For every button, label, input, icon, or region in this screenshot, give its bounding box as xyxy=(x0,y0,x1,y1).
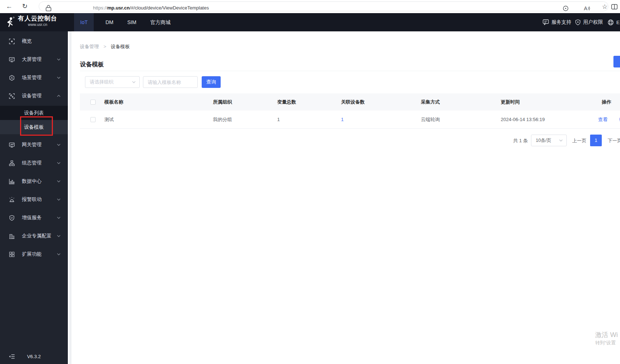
organization-select[interactable]: 请选择组织 xyxy=(85,76,140,88)
row-checkbox[interactable] xyxy=(90,117,96,122)
scrollbar-track[interactable] xyxy=(69,31,71,364)
url-text: https://mp.usr.cn/#/cloud/device/ViewDev… xyxy=(93,5,209,11)
add-template-button[interactable] xyxy=(613,56,620,67)
user-permission-label: 用户权限 xyxy=(583,19,603,26)
sidebar-item-value-added-services[interactable]: 增值服务 xyxy=(0,209,68,226)
sidebar-item-scada-management[interactable]: 组态管理 xyxy=(0,155,68,171)
read-aloud-icon[interactable]: A xyxy=(583,5,590,12)
column-actions: 操作 xyxy=(598,99,620,105)
service-support-button[interactable]: 服务支持 xyxy=(543,13,571,31)
enterprise-icon xyxy=(9,233,15,239)
sidebar-item-enterprise-config[interactable]: 企业专属配置 xyxy=(0,228,68,244)
chevron-down-icon xyxy=(57,162,61,164)
sidebar-label: 扩展功能 xyxy=(22,251,42,257)
template-name-input[interactable] xyxy=(143,76,198,88)
chevron-down-icon xyxy=(57,58,61,61)
device-template-table: 模板名称 所属组织 变量总数 关联设备数 采集方式 更新时间 操作 测试 我的分… xyxy=(80,93,620,129)
sidebar-item-gateway-management[interactable]: 网关管理 xyxy=(0,136,68,153)
sidebar-label: 数据中心 xyxy=(22,178,42,185)
device-icon xyxy=(9,93,15,99)
language-switcher[interactable]: E xyxy=(608,13,620,31)
view-action-link[interactable]: 查看 xyxy=(598,117,608,122)
browser-toolbar: ← ↻ https://mp.usr.cn/#/cloud/device/Vie… xyxy=(0,0,620,13)
sidebar-label: 概览 xyxy=(22,38,32,44)
page-size-select[interactable]: 10条/页 xyxy=(531,135,567,146)
column-collection-method: 采集方式 xyxy=(421,99,501,105)
usr-person-logo-icon xyxy=(5,16,15,28)
breadcrumb-current: 设备模板 xyxy=(111,44,130,49)
cell-variable-total: 1 xyxy=(277,117,341,122)
search-button[interactable]: 查询 xyxy=(202,76,221,88)
chevron-down-icon xyxy=(57,180,61,182)
column-linked-devices: 关联设备数 xyxy=(341,99,421,105)
tab-sim[interactable]: SIM xyxy=(125,13,139,31)
submenu-item-device-template[interactable]: 设备模板 xyxy=(0,120,68,134)
pagination-prev-button[interactable]: 上一页 xyxy=(572,138,586,144)
version-label: V6.3.2 xyxy=(0,354,68,359)
value-added-icon xyxy=(9,215,15,221)
main-content: 设备管理 > 设备模板 设备模板 请选择组织 查询 模板名称 所属组织 变量总数… xyxy=(68,31,620,364)
app-header: 有人云控制台 www.usr.cn IoT DM SIM 官方商城 服务支持 用… xyxy=(0,13,620,31)
chevron-down-icon xyxy=(559,139,563,142)
pagination-page-1[interactable]: 1 xyxy=(590,135,602,146)
split-screen-icon[interactable] xyxy=(611,3,619,11)
data-center-icon xyxy=(9,178,15,185)
screen: ← ↻ https://mp.usr.cn/#/cloud/device/Vie… xyxy=(0,0,620,364)
cell-collection-method: 云端轮询 xyxy=(421,116,501,123)
linked-devices-link[interactable]: 1 xyxy=(341,117,344,122)
sidebar-item-extended-functions[interactable]: 扩展功能 xyxy=(0,246,68,263)
cell-updated-at: 2024-06-14 13:56:19 xyxy=(501,117,598,122)
sidebar-item-device-management[interactable]: 设备管理 xyxy=(0,88,68,104)
sidebar-label: 企业专属配置 xyxy=(22,233,51,239)
column-template-name: 模板名称 xyxy=(104,99,213,105)
sidebar-item-overview[interactable]: 概览 xyxy=(0,33,68,50)
location-icon[interactable] xyxy=(562,5,569,12)
chat-icon xyxy=(543,19,549,25)
globe-icon xyxy=(608,19,614,26)
breadcrumb-separator: > xyxy=(104,44,106,49)
logo[interactable]: 有人云控制台 www.usr.cn xyxy=(0,13,68,31)
sidebar-item-alarm-linkage[interactable]: 报警联动 xyxy=(0,191,68,208)
breadcrumb-device-management[interactable]: 设备管理 xyxy=(80,44,99,49)
sidebar-item-data-center[interactable]: 数据中心 xyxy=(0,173,68,190)
cell-organization: 我的分组 xyxy=(213,116,277,123)
tab-official-store[interactable]: 官方商城 xyxy=(148,13,173,31)
scene-icon xyxy=(9,75,15,81)
breadcrumb: 设备管理 > 设备模板 xyxy=(80,43,130,50)
favorite-star-icon[interactable]: ☆ xyxy=(600,2,609,12)
address-bar[interactable]: https://mp.usr.cn/#/cloud/device/ViewDev… xyxy=(39,1,608,11)
shield-icon xyxy=(575,19,581,26)
overview-icon xyxy=(9,38,15,44)
language-label: E xyxy=(616,20,620,25)
user-permission-button[interactable]: 用户权限 xyxy=(575,13,603,31)
organization-select-placeholder: 请选择组织 xyxy=(90,77,113,88)
watermark-line2: 转到“设置 xyxy=(595,339,618,346)
service-support-label: 服务支持 xyxy=(551,19,571,26)
chevron-down-icon xyxy=(57,198,61,201)
lock-icon xyxy=(45,4,52,12)
refresh-icon[interactable]: ↻ xyxy=(20,1,30,11)
sidebar-footer: V6.3.2 xyxy=(0,352,68,361)
select-all-checkbox[interactable] xyxy=(90,100,96,105)
submenu-item-device-list[interactable]: 设备列表 xyxy=(0,106,68,120)
sidebar-label: 场景管理 xyxy=(22,74,42,81)
windows-activation-watermark: 激活 Wi 转到“设置 xyxy=(595,330,618,346)
sidebar-label: 报警联动 xyxy=(22,196,42,203)
sidebar-label: 增值服务 xyxy=(22,214,42,221)
sidebar-item-screen-management[interactable]: 大屏管理 xyxy=(0,51,68,68)
screen-icon xyxy=(9,57,15,63)
pagination-next-button[interactable]: 下一页 xyxy=(608,138,620,144)
sidebar-item-scene-management[interactable]: 场景管理 xyxy=(0,69,68,86)
gateway-icon xyxy=(9,142,15,148)
sidebar-label: 网关管理 xyxy=(22,142,42,148)
header-nav-tabs: IoT DM SIM 官方商城 xyxy=(74,13,173,31)
tab-dm[interactable]: DM xyxy=(103,13,116,31)
column-variable-total: 变量总数 xyxy=(277,99,341,105)
tab-iot[interactable]: IoT xyxy=(74,13,94,31)
back-icon[interactable]: ← xyxy=(4,1,14,11)
logo-text: 有人云控制台 www.usr.cn xyxy=(16,15,59,27)
extension-icon xyxy=(9,251,15,257)
sidebar-label: 组态管理 xyxy=(22,160,42,166)
cell-template-name: 测试 xyxy=(104,116,213,123)
table-row: 测试 我的分组 1 1 云端轮询 2024-06-14 13:56:19 查看 … xyxy=(80,111,620,129)
